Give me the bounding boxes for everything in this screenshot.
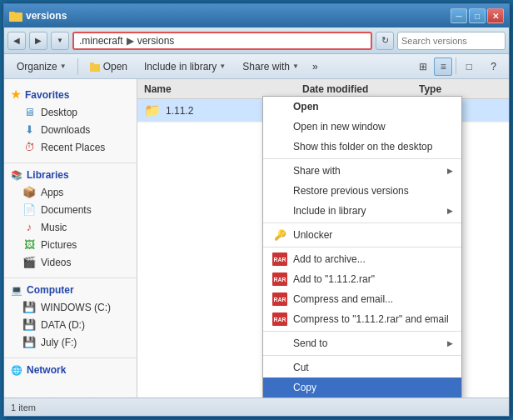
desktop-icon: 🖥 — [22, 106, 36, 118]
search-box: 🔍 — [397, 32, 506, 50]
sidebar-divider-3 — [4, 358, 137, 358]
ctx-item-restore-previous[interactable]: Restore previous versions — [263, 181, 461, 201]
ctx-send-to-arrow: ▶ — [447, 339, 453, 348]
ctx-item-show-on-desktop[interactable]: Show this folder on the desktop — [263, 137, 461, 157]
dropdown-button[interactable]: ▼ — [51, 32, 69, 50]
view-pane-button[interactable]: □ — [460, 58, 478, 76]
search-input[interactable] — [401, 36, 513, 46]
network-label: Network — [27, 364, 66, 376]
ctx-item-compress-email[interactable]: RAR Compress and email... — [263, 289, 461, 309]
ctx-archive-icon: RAR — [271, 251, 288, 268]
sidebar-header-network[interactable]: 🌐 Network — [4, 362, 137, 378]
ctx-item-open[interactable]: Open — [263, 97, 461, 117]
download-icon: ⬇ — [22, 123, 36, 136]
ctx-separator-5 — [263, 355, 461, 356]
sidebar-divider-2 — [4, 278, 137, 278]
main-content: ★ Favorites 🖥 Desktop ⬇ Downloads ⏱ Rece… — [4, 79, 509, 398]
ctx-add-rar-label: Add to "1.11.2.rar" — [293, 273, 453, 285]
ctx-item-copy[interactable]: Copy — [263, 378, 461, 398]
ctx-rar-icon-wrap-4: RAR — [271, 311, 288, 328]
share-dropdown-arrow: ▼ — [292, 62, 299, 70]
drive-f-icon: 💾 — [22, 336, 36, 348]
open-button[interactable]: Open — [82, 57, 135, 77]
svg-rect-2 — [90, 64, 100, 72]
ctx-show-desktop-icon — [271, 138, 288, 155]
view-list-button[interactable]: ≡ — [434, 58, 452, 76]
ctx-item-add-to-archive[interactable]: RAR Add to archive... — [263, 249, 461, 269]
sidebar-item-recent-places-label: Recent Places — [41, 142, 105, 153]
sidebar-item-downloads[interactable]: ⬇ Downloads — [4, 121, 137, 138]
ctx-unlocker-label: Unlocker — [293, 229, 453, 241]
ctx-separator-2 — [263, 222, 461, 223]
sidebar-item-recent-places[interactable]: ⏱ Recent Places — [4, 138, 137, 156]
view-buttons: ⊞ ≡ □ — [414, 58, 478, 76]
ctx-cut-icon — [271, 359, 288, 376]
minimize-button[interactable]: ─ — [451, 8, 467, 23]
ctx-item-cut[interactable]: Cut — [263, 358, 461, 378]
sidebar-header-favorites[interactable]: ★ Favorites — [4, 86, 137, 103]
sidebar-section-favorites: ★ Favorites 🖥 Desktop ⬇ Downloads ⏱ Rece… — [4, 86, 137, 156]
pictures-icon: 🖼 — [22, 238, 36, 251]
ctx-separator-1 — [263, 158, 461, 159]
ctx-open-new-label: Open in new window — [293, 121, 453, 132]
view-separator — [456, 58, 456, 74]
maximize-button[interactable]: □ — [469, 8, 486, 23]
organize-button[interactable]: Organize ▼ — [9, 57, 74, 77]
status-bar: 1 item — [4, 398, 509, 416]
ctx-copy-label: Copy — [293, 382, 453, 393]
ctx-share-arrow: ▶ — [447, 167, 453, 175]
ctx-item-open-new-window[interactable]: Open in new window — [263, 117, 461, 137]
ctx-item-send-to[interactable]: Send to ▶ — [263, 333, 461, 353]
more-button[interactable]: » — [308, 57, 322, 77]
sidebar-item-downloads-label: Downloads — [41, 124, 90, 136]
ctx-item-unlocker[interactable]: 🔑 Unlocker — [263, 225, 461, 245]
computer-icon: 💻 — [11, 285, 22, 296]
ctx-open-new-icon — [271, 118, 288, 135]
ctx-include-lib-arrow: ▶ — [447, 207, 453, 215]
toolbar: Organize ▼ Open Include in library ▼ Sha… — [4, 54, 509, 79]
address-breadcrumb[interactable]: .minecraft ▶ versions — [72, 32, 372, 50]
ctx-rar-icon-wrap-3: RAR — [271, 291, 288, 308]
forward-button[interactable]: ▶ — [29, 32, 47, 50]
view-details-button[interactable]: ⊞ — [414, 58, 432, 76]
share-with-button[interactable]: Share with ▼ — [235, 57, 306, 77]
organize-label: Organize — [17, 61, 57, 72]
sidebar-item-desktop[interactable]: 🖥 Desktop — [4, 103, 137, 121]
file-area: Name Date modified Type 📁 1.11.2 Open Op… — [137, 79, 509, 398]
sidebar-item-windows-c-label: WINDOWS (C:) — [41, 302, 111, 313]
ctx-item-include-in-library[interactable]: Include in library ▶ — [263, 201, 461, 221]
sidebar-item-apps-label: Apps — [41, 187, 63, 198]
svg-rect-1 — [9, 12, 15, 14]
ctx-rar-icon-4: RAR — [272, 312, 287, 326]
ctx-item-add-to-rar[interactable]: RAR Add to "1.11.2.rar" — [263, 269, 461, 289]
col-header-name: Name — [144, 83, 302, 95]
ctx-rar-icon-wrap-2: RAR — [271, 271, 288, 288]
close-button[interactable]: ✕ — [487, 8, 504, 23]
sidebar: ★ Favorites 🖥 Desktop ⬇ Downloads ⏱ Rece… — [4, 79, 137, 398]
sidebar-item-apps[interactable]: 📦 Apps — [4, 183, 137, 201]
sidebar-header-computer[interactable]: 💻 Computer — [4, 282, 137, 298]
sidebar-item-music-label: Music — [41, 222, 67, 233]
sidebar-item-data-d[interactable]: 💾 DATA (D:) — [4, 316, 137, 333]
status-text: 1 item — [11, 402, 36, 412]
sidebar-section-computer: 💻 Computer 💾 WINDOWS (C:) 💾 DATA (D:) 💾 … — [4, 282, 137, 351]
help-button[interactable]: ? — [483, 57, 504, 77]
sidebar-header-libraries[interactable]: 📚 Libraries — [4, 167, 137, 183]
open-label: Open — [103, 61, 127, 72]
sidebar-item-documents[interactable]: 📄 Documents — [4, 201, 137, 218]
include-in-library-label: Include in library — [144, 61, 217, 72]
ctx-item-compress-rar-email[interactable]: RAR Compress to "1.11.2.rar" and email — [263, 309, 461, 329]
sidebar-item-music[interactable]: ♪ Music — [4, 218, 137, 236]
include-dropdown-arrow: ▼ — [219, 62, 226, 70]
refresh-button[interactable]: ↻ — [376, 32, 394, 50]
include-in-library-button[interactable]: Include in library ▼ — [137, 57, 233, 77]
ctx-rar-icon-2: RAR — [272, 272, 287, 286]
sidebar-item-pictures[interactable]: 🖼 Pictures — [4, 236, 137, 253]
sidebar-item-videos[interactable]: 🎬 Videos — [4, 253, 137, 271]
toolbar-separator-1 — [77, 58, 78, 75]
sidebar-item-windows-c[interactable]: 💾 WINDOWS (C:) — [4, 298, 137, 316]
ctx-item-share-with[interactable]: Share with ▶ — [263, 161, 461, 181]
sidebar-item-july-f[interactable]: 💾 July (F:) — [4, 333, 137, 351]
back-button[interactable]: ◀ — [7, 32, 26, 50]
ctx-add-archive-label: Add to archive... — [293, 253, 453, 265]
